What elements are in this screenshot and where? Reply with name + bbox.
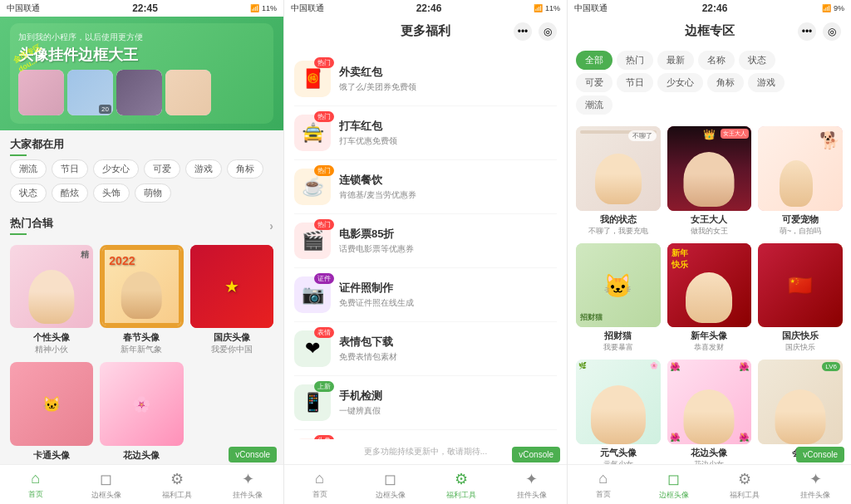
everybody-section: 大家都在用 潮流 节日 少女心 可爱 游戏 角标 状态 酷炫 头饰 萌物: [0, 130, 283, 209]
time-mid: 22:46: [416, 2, 442, 14]
frame-item-2[interactable]: 👑 女王大人 女王大人 做我的女王: [667, 126, 752, 237]
nav-home-left[interactable]: ⌂ 首页: [0, 470, 71, 501]
filter-name[interactable]: 名称: [698, 51, 735, 70]
frame-item-6[interactable]: 🇨🇳 国庆快乐 国庆快乐: [758, 243, 843, 354]
hot-header: 热门合辑 ›: [0, 209, 283, 238]
filter-game[interactable]: 游戏: [748, 73, 785, 92]
welfare-info-dache: 打车红包 打车优惠免费领: [339, 119, 557, 147]
welfare-name-photo: 证件照制作: [339, 281, 557, 296]
frame-item-1[interactable]: 不聊了 我的状态 不聊了，我要充电: [576, 126, 661, 237]
nav-frame-left[interactable]: ◻ 边框头像: [71, 470, 141, 501]
welfare-phone[interactable]: 📱 上新 手机检测 一键辨真假: [294, 376, 557, 430]
battery-right: 9%: [834, 4, 844, 12]
welfare-desc-photo: 免费证件照在线生成: [339, 297, 557, 309]
vconsole-btn-right[interactable]: vConsole: [796, 447, 844, 462]
tag-mengwu[interactable]: 萌物: [135, 183, 171, 203]
vconsole-btn-left[interactable]: vConsole: [229, 447, 277, 462]
tag-youxi[interactable]: 游戏: [185, 159, 222, 179]
frame-item-3[interactable]: 🐕 可爱宠物 萌~，自拍吗: [758, 126, 843, 237]
mid-more-btn[interactable]: •••: [514, 22, 532, 41]
nav-frame-label-left: 边框头像: [91, 490, 121, 501]
frame-icon-mid: ◻: [384, 470, 396, 488]
welfare-icon-dache: 🚖 热门: [294, 115, 331, 151]
hot-img-5: 🌸: [100, 362, 183, 445]
nav-hang-right[interactable]: ✦ 挂件头像: [780, 470, 851, 501]
right-target-btn[interactable]: ◎: [823, 22, 841, 41]
right-more-btn[interactable]: •••: [798, 22, 816, 41]
vconsole-btn-mid[interactable]: vConsole: [512, 447, 560, 462]
nav-tools-label-right: 福利工具: [730, 490, 760, 501]
nav-hang-left[interactable]: ✦ 挂件头像: [213, 470, 283, 501]
hot-chevron[interactable]: ›: [269, 219, 273, 232]
hot-item-4[interactable]: 🐱 卡通头像: [10, 362, 93, 461]
filter-girl[interactable]: 少女心: [657, 73, 703, 92]
filter-cute[interactable]: 可爱: [576, 73, 612, 92]
hot-item-2[interactable]: 2022 春节头像 新年新气象: [100, 245, 183, 355]
filter-all[interactable]: 全部: [576, 51, 612, 70]
nav-tools-mid[interactable]: ⚙ 福利工具: [426, 470, 496, 501]
tag-jiaobiao[interactable]: 角标: [227, 159, 263, 179]
tag-zhuangtai[interactable]: 状态: [10, 183, 47, 203]
frame-label-6: 国庆快乐: [782, 330, 819, 342]
banner-img-4[interactable]: [165, 70, 211, 115]
time-right: 22:46: [702, 2, 728, 14]
welfare-avatar[interactable]: 🔥 头像 精选头像下载 免费头像素材: [294, 430, 557, 439]
hot-img-2: 2022: [100, 245, 183, 328]
nav-frame-label-mid: 边框头像: [376, 490, 406, 501]
mid-header: 更多福利 ••• ◎: [284, 17, 567, 46]
frame-item-7[interactable]: 🌿 🌸 元气头像 元气少女: [576, 360, 661, 464]
frame-item-8[interactable]: 🌺 🌺 🌺 🌺 花边头像 花边少女: [667, 360, 752, 464]
nav-home-right[interactable]: ⌂ 首页: [568, 470, 638, 501]
welfare-desc-movie: 话费电影票等优惠券: [339, 243, 557, 255]
tag-jieri[interactable]: 节日: [52, 159, 88, 179]
tag-kuzhao[interactable]: 酷炫: [52, 183, 88, 203]
welfare-badge-waimai: 热门: [314, 57, 334, 68]
filter-festival[interactable]: 节日: [617, 73, 653, 92]
welfare-photo[interactable]: 📷 证件 证件照制作 免费证件照在线生成: [294, 268, 557, 322]
welfare-icon-photo: 📷 证件: [294, 276, 331, 313]
hot-label-5: 花边头像: [123, 449, 160, 462]
tag-toushe[interactable]: 头饰: [93, 183, 130, 203]
home-icon-mid: ⌂: [315, 470, 324, 487]
filter-hot[interactable]: 热门: [617, 51, 653, 70]
frame-icon-right: ◻: [667, 470, 680, 488]
banner-img-2[interactable]: 20: [67, 70, 113, 115]
bottom-nav-right: vConsole ⌂ 首页 ◻ 边框头像 ⚙ 福利工具 ✦ 挂件头像: [568, 464, 851, 504]
nav-tools-left[interactable]: ⚙ 福利工具: [142, 470, 213, 501]
filter-trend[interactable]: 潮流: [576, 95, 612, 115]
hot-label: 热门合辑: [10, 217, 53, 229]
hot-label-2: 春节头像: [123, 331, 160, 344]
welfare-emoji[interactable]: ❤ 表情 表情包下载 免费表情包素材: [294, 322, 557, 376]
banner-img-3[interactable]: [116, 70, 162, 115]
frame-label-4: 招财猫: [604, 330, 632, 342]
nav-frame-mid[interactable]: ◻ 边框头像: [355, 470, 426, 501]
tag-keai[interactable]: 可爱: [144, 159, 180, 179]
welfare-badge-movie: 热门: [314, 219, 334, 230]
right-panel: 中国联通 22:46 📶 9% 边框专区 ••• ◎ 全部 热门 最新 名称 状…: [567, 0, 851, 504]
mid-target-btn[interactable]: ◎: [539, 22, 557, 41]
hot-item-1[interactable]: 精 个性头像 精神小伙: [10, 245, 93, 355]
tag-shaonvxin[interactable]: 少女心: [93, 159, 139, 179]
welfare-waimai[interactable]: 🧧 热门 外卖红包 饿了么/美团券免费领: [294, 52, 557, 106]
welfare-chain[interactable]: ☕ 热门 连锁餐饮 肯德基/麦当劳优惠券: [294, 160, 557, 214]
nav-home-mid[interactable]: ⌂ 首页: [284, 470, 355, 501]
filter-new[interactable]: 最新: [657, 51, 694, 70]
nav-frame-right[interactable]: ◻ 边框头像: [638, 470, 709, 501]
hot-item-3[interactable]: ★ 国庆头像 我爱你中国: [190, 245, 273, 355]
filter-status[interactable]: 状态: [739, 51, 775, 70]
frame-item-5[interactable]: 新年快乐 新年头像 恭喜发财: [667, 243, 752, 354]
nav-tools-right[interactable]: ⚙ 福利工具: [710, 470, 780, 501]
welfare-name-emoji: 表情包下载: [339, 335, 557, 350]
tag-chaoliu[interactable]: 潮流: [10, 159, 47, 179]
nav-hang-mid[interactable]: ✦ 挂件头像: [496, 470, 567, 501]
welfare-info-movie: 电影票85折 话费电影票等优惠券: [339, 227, 557, 255]
battery-mid: 11%: [545, 4, 560, 12]
filter-badge[interactable]: 角标: [707, 73, 744, 92]
frame-item-4[interactable]: 🐱 招财猫 招财猫 我要暴富: [576, 243, 661, 354]
welfare-movie[interactable]: 🎬 热门 电影票85折 话费电影票等优惠券: [294, 214, 557, 268]
hot-item-5[interactable]: 🌸 花边头像: [100, 362, 183, 461]
banner-img-1[interactable]: [18, 70, 64, 115]
hero-banner[interactable]: 金币专区dou... 加到我的小程序，以后使用更方便 头像挂件边框大王 20: [10, 23, 273, 124]
welfare-dache[interactable]: 🚖 热门 打车红包 打车优惠免费领: [294, 106, 557, 160]
nav-home-label-left: 首页: [28, 489, 43, 500]
